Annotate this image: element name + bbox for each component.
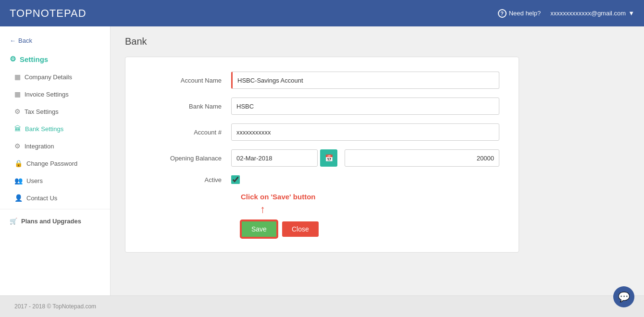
sidebar: ← Back ⚙ Settings ▦ Company Details ▦ In…: [0, 26, 111, 295]
back-label: Back: [18, 37, 32, 44]
contact-us-icon: 👤: [14, 194, 23, 202]
change-password-icon: 🔒: [14, 159, 23, 167]
bank-settings-icon: 🏛: [14, 125, 21, 133]
sidebar-item-label: Bank Settings: [25, 125, 63, 133]
sidebar-item-bank-settings[interactable]: 🏛 Bank Settings: [0, 120, 110, 137]
bank-form-card: Account Name Bank Name Account # Opening…: [125, 57, 519, 253]
sidebar-item-label: Integration: [25, 143, 54, 150]
help-icon: ?: [498, 9, 507, 18]
invoice-settings-icon: ▦: [14, 90, 21, 98]
sidebar-item-invoice-settings[interactable]: ▦ Invoice Settings: [0, 85, 110, 103]
chevron-down-icon: ▼: [628, 10, 634, 17]
account-name-input[interactable]: [231, 72, 499, 89]
sidebar-item-company-details[interactable]: ▦ Company Details: [0, 68, 110, 85]
close-label: Close: [292, 225, 309, 233]
sidebar-item-label: Contact Us: [26, 195, 57, 202]
opening-balance-amount-input[interactable]: [345, 149, 499, 167]
tax-settings-icon: ⚙: [14, 108, 21, 115]
active-checkbox[interactable]: [231, 175, 240, 184]
user-menu[interactable]: xxxxxxxxxxxxx@gmail.com ▼: [550, 10, 634, 17]
sidebar-item-tax-settings[interactable]: ⚙ Tax Settings: [0, 103, 110, 120]
back-button[interactable]: ← Back: [0, 31, 110, 50]
layout: ← Back ⚙ Settings ▦ Company Details ▦ In…: [0, 26, 644, 295]
opening-balance-controls: 📅: [231, 149, 499, 167]
cart-icon: 🛒: [10, 218, 17, 225]
sidebar-item-label: Change Password: [26, 160, 77, 167]
page-title: Bank: [125, 36, 630, 47]
close-button[interactable]: Close: [282, 221, 319, 237]
main-content: Bank Account Name Bank Name Account # Op…: [111, 26, 644, 295]
logo: TopNotepad: [10, 7, 87, 20]
sidebar-item-integration[interactable]: ⚙ Integration: [0, 137, 110, 155]
company-details-icon: ▦: [14, 73, 21, 81]
sidebar-item-contact-us[interactable]: 👤 Contact Us: [0, 189, 110, 207]
account-name-row: Account Name: [145, 72, 499, 89]
chat-icon: 💬: [618, 291, 630, 303]
bank-name-row: Bank Name: [145, 98, 499, 115]
sidebar-item-users[interactable]: 👥 Users: [0, 172, 110, 189]
opening-balance-label: Opening Balanace: [145, 155, 231, 162]
user-email-text: xxxxxxxxxxxxx@gmail.com: [550, 10, 626, 17]
account-name-label: Account Name: [145, 77, 231, 84]
bank-name-input[interactable]: [231, 98, 499, 115]
bank-name-label: Bank Name: [145, 103, 231, 110]
active-row: Active: [145, 175, 499, 184]
settings-label: Settings: [20, 55, 48, 63]
account-number-label: Account #: [145, 129, 231, 136]
account-number-input[interactable]: [231, 123, 499, 141]
sidebar-item-change-password[interactable]: 🔒 Change Password: [0, 155, 110, 172]
footer: 2017 - 2018 © TopNotepad.com: [0, 295, 644, 317]
active-label: Active: [145, 176, 231, 183]
sidebar-item-plans[interactable]: 🛒 Plans and Upgrades: [0, 212, 110, 231]
plans-label: Plans and Upgrades: [21, 218, 81, 225]
form-buttons: Save Close: [241, 220, 499, 238]
save-button[interactable]: Save: [241, 220, 277, 238]
annotation-arrow-icon: ↑: [260, 203, 499, 216]
save-label: Save: [251, 225, 267, 233]
settings-gear-icon: ⚙: [10, 55, 16, 63]
annotation-area: Click on 'Save' button ↑: [231, 193, 499, 216]
sidebar-item-label: Invoice Settings: [25, 91, 69, 98]
calendar-icon: 📅: [325, 154, 333, 162]
back-arrow-icon: ←: [10, 37, 16, 44]
calendar-button[interactable]: 📅: [320, 149, 337, 167]
settings-section-title: ⚙ Settings: [0, 50, 110, 68]
footer-copyright: 2017 - 2018 © TopNotepad.com: [14, 303, 96, 310]
sidebar-item-label: Users: [26, 177, 43, 184]
integration-icon: ⚙: [14, 142, 21, 150]
need-help-label: Need help?: [509, 10, 541, 17]
sidebar-item-label: Company Details: [25, 73, 72, 81]
header-right: ? Need help? xxxxxxxxxxxxx@gmail.com ▼: [498, 9, 634, 18]
opening-balance-row: Opening Balanace 📅: [145, 149, 499, 167]
sidebar-divider: [0, 209, 110, 209]
chat-bubble-button[interactable]: 💬: [613, 286, 634, 307]
need-help-link[interactable]: ? Need help?: [498, 9, 541, 18]
opening-balance-date-input[interactable]: [231, 149, 318, 167]
users-icon: 👥: [14, 177, 23, 184]
header: TopNotepad ? Need help? xxxxxxxxxxxxx@gm…: [0, 0, 644, 26]
sidebar-item-label: Tax Settings: [25, 108, 59, 115]
annotation-text: Click on 'Save' button: [241, 193, 499, 201]
account-number-row: Account #: [145, 123, 499, 141]
